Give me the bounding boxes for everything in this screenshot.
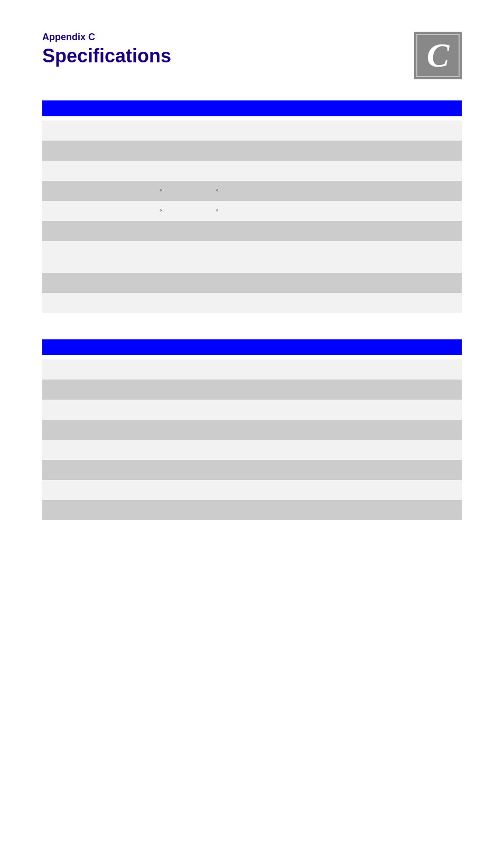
table-cell-label xyxy=(42,141,153,161)
table-cell-value xyxy=(153,141,462,161)
spec-table-1: ° ° ° ° xyxy=(42,121,462,313)
table-cell-label xyxy=(42,221,153,241)
circle-text-2: ° ° xyxy=(160,208,225,215)
icon-border xyxy=(416,34,460,77)
table-cell-value xyxy=(153,161,462,181)
table-cell-label xyxy=(42,420,153,440)
table-section-1: ° ° ° ° xyxy=(42,100,462,313)
table-row xyxy=(42,420,462,440)
table-cell-value xyxy=(153,273,462,293)
table-cell-value xyxy=(153,440,462,460)
table-cell-value xyxy=(153,420,462,440)
table-cell-value xyxy=(153,460,462,480)
table-row xyxy=(42,380,462,400)
appendix-icon: C xyxy=(414,32,462,79)
table-cell-label xyxy=(42,181,153,201)
appendix-label: Appendix C xyxy=(42,32,171,43)
table-row xyxy=(42,293,462,313)
table-cell-value xyxy=(153,241,462,273)
table-cell-value xyxy=(153,380,462,400)
table-cell-value xyxy=(153,221,462,241)
table-row xyxy=(42,241,462,273)
table-cell-value xyxy=(153,359,462,380)
page-header: Appendix C Specifications C xyxy=(42,32,462,79)
table-row xyxy=(42,161,462,181)
page-title: Specifications xyxy=(42,45,171,67)
table-row xyxy=(42,141,462,161)
table-cell-label xyxy=(42,273,153,293)
table-cell-value: ° ° xyxy=(153,201,462,221)
table-cell-value xyxy=(153,293,462,313)
table-cell-label xyxy=(42,440,153,460)
table-row xyxy=(42,500,462,520)
table-cell-label xyxy=(42,241,153,273)
table-cell-label xyxy=(42,161,153,181)
table-cell-value xyxy=(153,480,462,500)
table-cell-label xyxy=(42,121,153,141)
table1-header-bar xyxy=(42,100,462,116)
table-row xyxy=(42,359,462,380)
table-cell-label xyxy=(42,460,153,480)
table-cell-label xyxy=(42,400,153,420)
table-cell-value xyxy=(153,400,462,420)
table-cell-label xyxy=(42,201,153,221)
table-cell-label xyxy=(42,359,153,380)
table-cell-value: ° ° xyxy=(153,181,462,201)
table-cell-value xyxy=(153,500,462,520)
circle-text-1: ° ° xyxy=(160,188,225,195)
table-row xyxy=(42,460,462,480)
table-row xyxy=(42,440,462,460)
table-cell-value xyxy=(153,121,462,141)
table-section-2 xyxy=(42,339,462,520)
table-row xyxy=(42,480,462,500)
table-row xyxy=(42,221,462,241)
table-row: ° ° xyxy=(42,201,462,221)
table-cell-label xyxy=(42,380,153,400)
spec-table-2 xyxy=(42,359,462,520)
table-row xyxy=(42,121,462,141)
table-cell-label xyxy=(42,293,153,313)
table-row xyxy=(42,273,462,293)
header-text: Appendix C Specifications xyxy=(42,32,171,67)
table-cell-label xyxy=(42,500,153,520)
table2-header-bar xyxy=(42,339,462,355)
table-cell-label xyxy=(42,480,153,500)
table-row xyxy=(42,400,462,420)
table-row: ° ° xyxy=(42,181,462,201)
